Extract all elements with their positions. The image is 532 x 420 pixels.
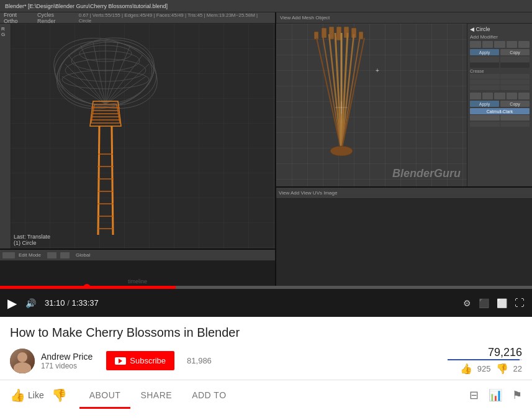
right-panel: View Add Mesh Object bbox=[276, 12, 532, 289]
fullscreen-button[interactable]: ⛶ bbox=[515, 298, 525, 309]
svg-point-52 bbox=[330, 146, 353, 156]
thumbs-up-icon: 👍 bbox=[460, 363, 472, 375]
channel-row: Andrew Price 171 videos Subscribe 81,986… bbox=[10, 347, 522, 375]
total-time: 1:33:37 bbox=[71, 298, 98, 308]
likes-bar bbox=[448, 359, 522, 360]
svg-line-11 bbox=[106, 55, 143, 104]
grid-bg: + bbox=[276, 24, 467, 186]
svg-line-27 bbox=[98, 126, 99, 235]
like-count: 925 bbox=[477, 364, 491, 373]
tab-share-label: Share bbox=[140, 390, 172, 400]
tab-about[interactable]: About bbox=[79, 381, 131, 409]
likes-row: 👍 925 👎 22 bbox=[460, 363, 522, 375]
svg-line-15 bbox=[62, 76, 106, 104]
right-bottom-viewport: View Add View UVs Image bbox=[276, 186, 532, 289]
video-container: Blender* [E:\Design\Blender Guru\Cherry … bbox=[0, 0, 532, 317]
video-count: 171 videos bbox=[41, 362, 92, 370]
dislike-count: 22 bbox=[513, 364, 522, 373]
svg-line-12 bbox=[106, 64, 149, 104]
views-likes: 79,216 👍 925 👎 22 bbox=[448, 347, 522, 375]
avatar[interactable] bbox=[10, 349, 35, 373]
like-label: Like bbox=[28, 390, 44, 400]
vertex-info: 0.67 | Verts:55/155 | Edges:45/49 | Face… bbox=[79, 12, 271, 24]
channel-left: Andrew Price 171 videos Subscribe 81,986 bbox=[10, 349, 212, 373]
play-button[interactable]: ▶ bbox=[7, 296, 17, 311]
last-action: Last: Translate(1) Circle bbox=[14, 234, 50, 246]
flag-icon[interactable]: ⚑ bbox=[512, 388, 522, 402]
bottom-viewport: Edit Mode Global timeline bbox=[0, 249, 275, 289]
left-sidebar: RG bbox=[0, 24, 11, 249]
like-button[interactable]: 👍 bbox=[10, 388, 25, 403]
main-viewport: RG Last: Translate(1) Circle bbox=[0, 24, 275, 249]
channel-name[interactable]: Andrew Price bbox=[41, 352, 92, 362]
current-time: 31:10 / 1:33:37 bbox=[45, 298, 99, 308]
flower-3d-svg bbox=[295, 27, 388, 176]
rg-labels: RG bbox=[0, 24, 11, 40]
active-indicator bbox=[79, 407, 131, 409]
viewport-mode: Front Ortho bbox=[4, 12, 32, 24]
subscribe-label: Subscribe bbox=[130, 356, 166, 365]
video-controls: ▶ 🔊 31:10 / 1:33:37 ⚙ ⬛ ⬜ ⛶ bbox=[0, 289, 532, 317]
tab-bar: 👍 Like 👎 About Share Add to ⊟ 📊 ⚑ bbox=[0, 380, 532, 409]
right-viewport: View Add Mesh Object bbox=[276, 12, 532, 186]
svg-line-49 bbox=[341, 34, 354, 151]
thumbs-down-icon: 👎 bbox=[496, 363, 508, 375]
properties-panel: ◀ Circle Add Modifier bbox=[467, 24, 532, 186]
flower-wireframe-svg bbox=[31, 30, 180, 241]
tab-add-to-label: Add to bbox=[192, 390, 226, 400]
miniplayer-button[interactable]: ⬜ bbox=[497, 298, 507, 308]
theater-button[interactable]: ⬛ bbox=[479, 298, 489, 308]
svg-line-28 bbox=[112, 126, 113, 235]
report-icon[interactable]: ⊟ bbox=[469, 388, 479, 402]
volume-button[interactable]: 🔊 bbox=[25, 298, 36, 308]
progress-dot bbox=[83, 284, 91, 290]
tab-about-label: About bbox=[89, 390, 121, 400]
stats-icon[interactable]: 📊 bbox=[489, 388, 502, 402]
blender-viewport: Blender* [E:\Design\Blender Guru\Cherry … bbox=[0, 0, 532, 289]
blenderguru-watermark: BlenderGuru bbox=[392, 167, 461, 180]
channel-right: 79,216 👍 925 👎 22 bbox=[448, 347, 522, 375]
settings-button[interactable]: ⚙ bbox=[463, 298, 471, 308]
viewport-header-left: Front Ortho Cycles Render 0.67 | Verts:5… bbox=[0, 12, 275, 24]
cursor: + bbox=[376, 67, 379, 74]
likes-bar-fill bbox=[448, 359, 520, 360]
youtube-icon bbox=[115, 357, 126, 365]
tab-share[interactable]: Share bbox=[130, 381, 182, 409]
subscribe-button[interactable]: Subscribe bbox=[106, 351, 174, 370]
like-dislike-group: 👍 Like 👎 bbox=[10, 388, 67, 403]
subscriber-count: 81,986 bbox=[187, 356, 212, 365]
tab-icons: ⊟ 📊 ⚑ bbox=[469, 388, 522, 402]
tab-add-to[interactable]: Add to bbox=[182, 381, 236, 409]
svg-line-6 bbox=[81, 45, 106, 104]
video-info: How to Make Cherry Blossoms in Blender A… bbox=[0, 317, 532, 375]
video-title: How to Make Cherry Blossoms in Blender bbox=[10, 324, 522, 340]
progress-bar-fill bbox=[0, 286, 176, 289]
svg-line-45 bbox=[329, 34, 341, 151]
progress-bar-track[interactable] bbox=[0, 286, 532, 289]
video-screen[interactable]: Blender* [E:\Design\Blender Guru\Cherry … bbox=[0, 0, 532, 289]
view-count: 79,216 bbox=[488, 347, 522, 358]
render-engine: Cycles Render bbox=[37, 12, 74, 24]
dislike-button[interactable]: 👎 bbox=[52, 388, 67, 403]
left-panel: Front Ortho Cycles Render 0.67 | Verts:5… bbox=[0, 12, 276, 289]
channel-info: Andrew Price 171 videos bbox=[41, 352, 92, 370]
blender-title: Blender* [E:\Design\Blender Guru\Cherry … bbox=[5, 3, 168, 9]
